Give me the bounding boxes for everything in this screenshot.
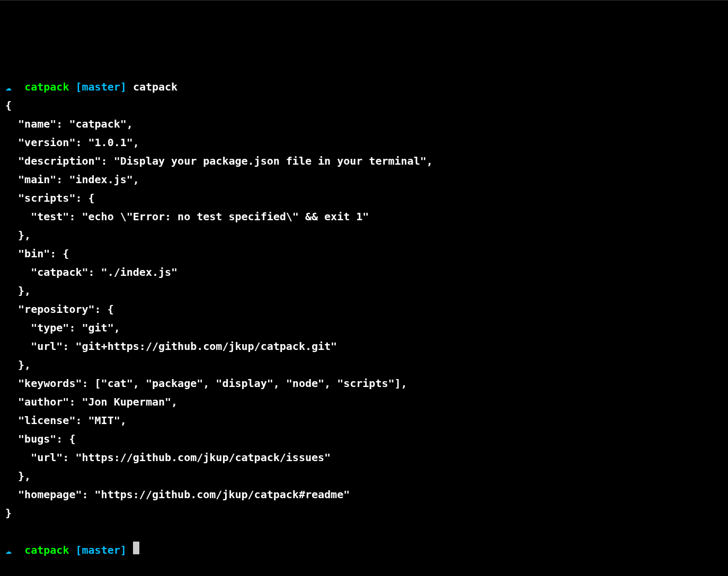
branch-name: master xyxy=(82,80,120,93)
prompt-line-1: ☁ catpack [master] catpack xyxy=(5,78,723,96)
prompt-dir: catpack xyxy=(24,80,69,93)
output-line: }, xyxy=(5,358,31,371)
output-line: "bugs": { xyxy=(5,433,75,445)
output-line: "author": "Jon Kuperman", xyxy=(5,395,177,408)
output-line: "url": "git+https://github.com/jkup/catp… xyxy=(5,340,337,353)
output-line: "homepage": "https://github.com/jkup/cat… xyxy=(5,488,350,501)
output-line: "scripts": { xyxy=(5,192,95,204)
output-line: }, xyxy=(5,229,31,241)
cursor-icon[interactable] xyxy=(133,542,139,554)
output-line: "catpack": "./index.js" xyxy=(5,266,177,278)
output-line: } xyxy=(5,507,12,519)
output-line: "bin": { xyxy=(5,247,69,260)
branch-close: ] xyxy=(120,544,127,556)
cloud-icon: ☁ xyxy=(5,544,12,556)
branch-open: [ xyxy=(75,80,82,93)
output-line: "main": "index.js", xyxy=(5,173,139,186)
cloud-icon: ☁ xyxy=(5,80,12,93)
output-line: "type": "git", xyxy=(5,321,120,334)
output-line: "description": "Display your package.jso… xyxy=(5,155,433,167)
prompt-line-2[interactable]: ☁ catpack [master] xyxy=(5,541,723,560)
output-line: "name": "catpack", xyxy=(5,118,133,130)
branch-close: ] xyxy=(120,80,127,93)
output-line: "test": "echo \"Error: no test specified… xyxy=(5,210,369,223)
output-line: "keywords": ["cat", "package", "display"… xyxy=(5,377,407,390)
command-text: catpack xyxy=(133,80,177,93)
output-line: "license": "MIT", xyxy=(5,414,127,427)
prompt-dir: catpack xyxy=(24,544,69,556)
output-line: }, xyxy=(5,284,31,297)
output-line: { xyxy=(5,99,12,112)
output-line: "repository": { xyxy=(5,303,114,316)
branch-open: [ xyxy=(75,544,82,556)
output-line: "version": "1.0.1", xyxy=(5,136,139,149)
output-line: }, xyxy=(5,470,31,482)
output-line: "url": "https://github.com/jkup/catpack/… xyxy=(5,451,331,464)
branch-name: master xyxy=(82,544,120,556)
